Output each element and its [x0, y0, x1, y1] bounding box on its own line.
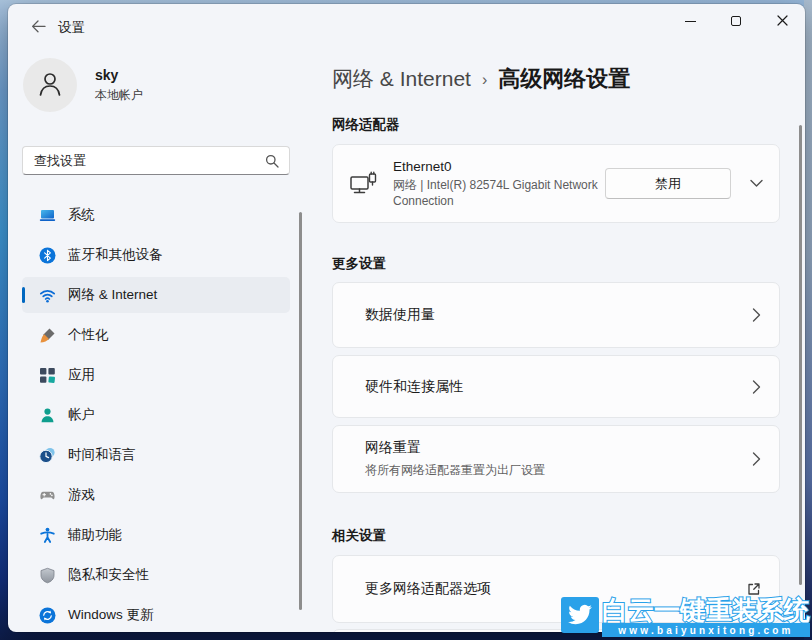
chevron-right-icon: [752, 452, 761, 466]
ethernet-adapter-icon: [349, 169, 379, 199]
sidebar-nav: 系统 蓝牙和其他设备 网络 & Internet: [22, 197, 290, 632]
row-label: 更多网络适配器选项: [365, 580, 491, 598]
breadcrumb-separator-icon: ›: [482, 71, 487, 89]
user-profile[interactable]: sky 本地帐户: [23, 58, 143, 112]
section-heading-network-adapters: 网络适配器: [332, 116, 400, 134]
breadcrumb: 网络 & Internet › 高级网络设置: [332, 64, 630, 94]
sidebar-item-label: 辅助功能: [68, 526, 122, 544]
watermark-url: www.baiyunxitong.com: [618, 625, 793, 636]
avatar: [23, 58, 77, 112]
chevron-right-icon: [752, 308, 761, 322]
row-label: 硬件和连接属性: [365, 378, 463, 396]
sidebar-item-label: Windows 更新: [68, 606, 154, 624]
sidebar-item-label: 蓝牙和其他设备: [68, 246, 163, 264]
minimize-button[interactable]: [667, 4, 713, 38]
bluetooth-icon: [39, 247, 56, 264]
accessibility-icon: [39, 527, 56, 544]
main-scrollbar[interactable]: [799, 125, 802, 585]
sidebar-item-privacy[interactable]: 隐私和安全性: [22, 557, 290, 593]
apps-icon: [39, 367, 56, 384]
maximize-button[interactable]: [713, 4, 759, 38]
chevron-down-icon[interactable]: [750, 179, 763, 188]
section-heading-related-settings: 相关设置: [332, 527, 386, 545]
network-icon: [39, 287, 56, 304]
sidebar-item-label: 帐户: [68, 406, 95, 424]
search-icon[interactable]: [265, 154, 279, 168]
selected-indicator: [22, 287, 25, 303]
bird-icon: [561, 597, 599, 633]
sidebar-item-label: 应用: [68, 366, 95, 384]
row-hardware-properties[interactable]: 硬件和连接属性: [332, 355, 780, 418]
sidebar-item-network[interactable]: 网络 & Internet: [22, 277, 290, 313]
breadcrumb-parent[interactable]: 网络 & Internet: [332, 65, 471, 93]
person-icon: [35, 68, 65, 102]
chevron-right-icon: [752, 380, 761, 394]
close-icon: [777, 12, 788, 30]
sidebar-item-label: 网络 & Internet: [68, 286, 157, 304]
sidebar-item-label: 个性化: [68, 326, 109, 344]
back-button[interactable]: [22, 14, 54, 42]
sidebar-item-label: 游戏: [68, 486, 95, 504]
sidebar-item-accessibility[interactable]: 辅助功能: [22, 517, 290, 553]
row-label: 数据使用量: [365, 306, 435, 324]
sidebar-item-label: 隐私和安全性: [68, 566, 149, 584]
sidebar-item-gaming[interactable]: 游戏: [22, 477, 290, 513]
adapter-description: 网络 | Intel(R) 82574L Gigabit Network Con…: [393, 177, 605, 209]
system-icon: [39, 207, 56, 224]
watermark-brand: 白云一键重装系统: [602, 597, 810, 624]
row-description: 将所有网络适配器重置为出厂设置: [365, 462, 545, 479]
search-input[interactable]: [23, 153, 265, 168]
sidebar-item-apps[interactable]: 应用: [22, 357, 290, 393]
windows-update-icon: [39, 607, 56, 624]
external-link-icon: [747, 582, 761, 596]
settings-search-box[interactable]: [22, 146, 290, 175]
close-button[interactable]: [759, 4, 805, 38]
desktop-background-strip: [804, 0, 812, 640]
titlebar: 设置: [8, 4, 805, 48]
sidebar-item-bluetooth[interactable]: 蓝牙和其他设备: [22, 237, 290, 273]
row-label: 网络重置: [365, 439, 545, 457]
sidebar-item-time-language[interactable]: 时间和语言: [22, 437, 290, 473]
sidebar-item-accounts[interactable]: 帐户: [22, 397, 290, 433]
section-heading-more-settings: 更多设置: [332, 255, 386, 273]
gaming-icon: [39, 487, 56, 504]
window-title: 设置: [58, 19, 85, 37]
user-name: sky: [95, 67, 143, 83]
privacy-icon: [39, 567, 56, 584]
sidebar-scrollbar[interactable]: [299, 212, 302, 610]
page-title: 高级网络设置: [498, 64, 630, 94]
watermark: 白云一键重装系统 www.baiyunxitong.com: [561, 597, 810, 637]
user-account-type: 本地帐户: [95, 87, 143, 104]
sidebar-item-label: 时间和语言: [68, 446, 136, 464]
row-data-usage[interactable]: 数据使用量: [332, 282, 780, 348]
minimize-icon: [685, 21, 696, 22]
time-language-icon: [39, 447, 56, 464]
adapter-name: Ethernet0: [393, 159, 605, 174]
personalization-icon: [39, 327, 56, 344]
back-arrow-icon: [31, 19, 46, 37]
maximize-icon: [731, 16, 741, 26]
sidebar-item-windows-update[interactable]: Windows 更新: [22, 597, 290, 632]
sidebar-item-system[interactable]: 系统: [22, 197, 290, 233]
accounts-icon: [39, 407, 56, 424]
sidebar-item-personalization[interactable]: 个性化: [22, 317, 290, 353]
settings-window: 设置 sky 本地帐户: [8, 4, 805, 632]
sidebar-item-label: 系统: [68, 206, 95, 224]
disable-button[interactable]: 禁用: [605, 168, 731, 199]
row-network-reset[interactable]: 网络重置 将所有网络适配器重置为出厂设置: [332, 425, 780, 493]
adapter-card: Ethernet0 网络 | Intel(R) 82574L Gigabit N…: [332, 144, 780, 223]
window-controls: [667, 4, 805, 38]
